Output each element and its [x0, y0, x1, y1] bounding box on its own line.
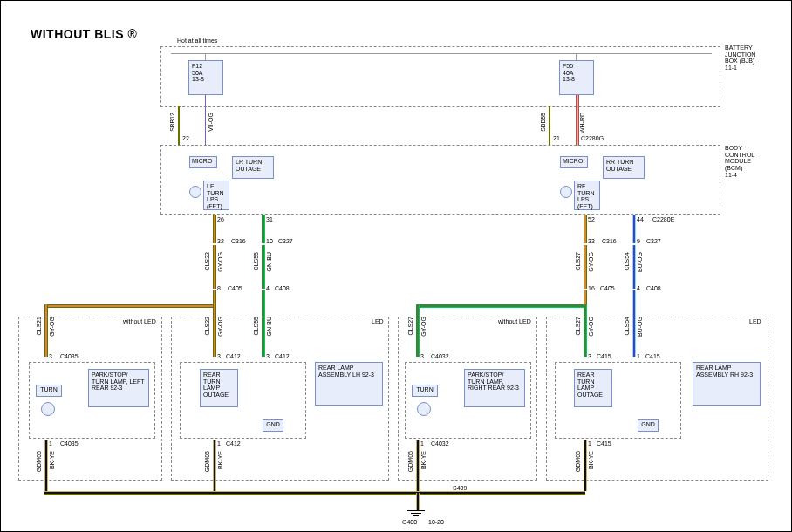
subgroup-bll-outage	[180, 362, 306, 439]
lbl-cls27l: CLS27	[575, 252, 581, 270]
tag-br-led: LED	[749, 318, 761, 325]
wire-cls54-a	[632, 215, 636, 243]
conn-c405l: C405	[228, 285, 242, 291]
wire-cls55-b	[262, 245, 265, 289]
pin-10: 10	[266, 238, 273, 244]
fuse-f55: F55 40A 13-8	[559, 60, 594, 95]
lbl-cls22: CLS22	[204, 252, 210, 270]
lbl-gdm06-1: GDM06	[36, 451, 42, 472]
lbl-cls54l: CLS54	[624, 252, 630, 270]
conn-c415: C415	[597, 353, 611, 359]
pin-22: 22	[182, 135, 189, 141]
splice-s409: S409	[453, 485, 467, 491]
conn-c412b: C412	[226, 440, 241, 447]
rr-turn-outage: RR TURN OUTAGE	[603, 156, 645, 179]
fet-r-icon	[560, 186, 572, 198]
pin-52: 52	[588, 216, 595, 222]
g400: G400	[402, 519, 417, 525]
conn-c4035b: C4035	[60, 440, 79, 447]
pin-33: 33	[588, 238, 595, 244]
pin-21: 21	[553, 135, 560, 141]
box-brl-gnd: GND	[638, 419, 659, 432]
lbl-buog1: BU-OG	[637, 252, 643, 272]
conn-c415b: C415	[597, 440, 611, 447]
lbl-gyog2: GY-OG	[588, 252, 594, 272]
lbl-sbb12: SBB12	[169, 113, 175, 132]
fuse-f55-name: F55	[563, 63, 573, 69]
lbl-wh-rd: WH-RD	[579, 113, 585, 133]
tag-bl-led: LED	[372, 318, 384, 325]
conn-c4032t: C4032	[431, 353, 449, 359]
conn-c415r: C415	[645, 353, 660, 359]
conn-c2280g: C2280G	[581, 135, 604, 141]
conn-c316r: C316	[602, 238, 617, 244]
bjb-group	[160, 46, 720, 107]
conn-c4035t: C4035	[60, 353, 79, 359]
wire-cls54-b	[632, 245, 636, 289]
pin-br3: 3	[420, 353, 424, 359]
pin-br1: 1	[420, 440, 424, 447]
lbl-bkye-2: BK-YE	[217, 451, 223, 469]
conn-c412r: C412	[275, 353, 290, 359]
pin-bll3l: 3	[217, 353, 221, 359]
pin-44: 44	[637, 216, 644, 222]
pin-32: 32	[217, 238, 224, 244]
wire-cls22-b	[213, 245, 216, 289]
conn-c408r: C408	[646, 285, 661, 291]
box-brl-lamp: REAR LAMP ASSEMBLY RH 92-3	[693, 362, 761, 406]
g400-ref: 10-20	[428, 519, 444, 525]
pin-bll3r: 3	[266, 353, 270, 359]
bcm-label: BODY CONTROL MODULE (BCM) 11-4	[725, 145, 754, 178]
pin-16: 16	[588, 285, 595, 291]
pin-4l: 4	[266, 285, 270, 291]
box-bl-turn: TURN	[36, 385, 62, 397]
micro-l: MICRO	[189, 156, 217, 168]
conn-c405r: C405	[600, 285, 615, 291]
wire-gn-right-h	[416, 304, 585, 308]
bcm-group	[160, 145, 720, 215]
header-note: Hot at all times	[177, 38, 217, 44]
lbl-gdm06-4: GDM06	[575, 451, 581, 472]
lbl-gdm06-2: GDM06	[204, 451, 210, 472]
lbl-bkye-4: BK-YE	[588, 451, 594, 469]
wire-vio-og-l	[205, 95, 206, 146]
fuse-f12-amps: 50A	[192, 70, 202, 76]
conn-c412: C412	[226, 353, 241, 359]
lamp-br-icon	[417, 402, 431, 416]
box-brl-outage: REAR TURN LAMP OUTAGE	[574, 369, 612, 407]
pin-bl3: 3	[49, 353, 52, 359]
box-bll-lamp: REAR LAMP ASSEMBLY LH 92-3	[315, 362, 383, 406]
box-bll-outage: REAR TURN LAMP OUTAGE	[200, 369, 238, 407]
lbl-gnbu1: GN-BU	[266, 252, 272, 272]
conn-c4032b: C4032	[431, 440, 449, 447]
pin-brl3l: 3	[588, 353, 591, 359]
lf-fet: LF TURN LPS (FET)	[203, 181, 229, 210]
wire-cls22-a	[213, 215, 216, 243]
conn-c316l: C316	[231, 238, 246, 244]
fuse-f12-pkg: 13-8	[192, 76, 204, 82]
wire-og-left-h	[44, 304, 215, 308]
bjb-label: BATTERY JUNCTION BOX (BJB) 11-1	[725, 44, 755, 72]
pin-bll1: 1	[217, 440, 221, 447]
wire-cls27-a	[584, 215, 587, 243]
rf-fet: RF TURN LPS (FET)	[574, 181, 600, 210]
fet-l-icon	[189, 186, 201, 198]
fuse-f12: F12 50A 13-8	[188, 60, 223, 95]
lbl-bkye-1: BK-YE	[49, 451, 55, 469]
conn-c2280e: C2280E	[652, 216, 674, 222]
wire-sbb55	[549, 106, 550, 146]
lbl-cls55: CLS55	[253, 252, 259, 270]
tag-br-nonled: without LED	[498, 318, 531, 325]
wire-cls27-b	[584, 245, 587, 289]
wire-cls55-a	[262, 215, 265, 243]
lbl-vio-og-l: VII-OG	[208, 113, 214, 132]
wire-sbb12	[178, 106, 180, 146]
lbl-sbb55: SBB55	[540, 113, 546, 132]
pin-31: 31	[266, 216, 273, 222]
lamp-bl-icon	[41, 402, 55, 416]
pin-9: 9	[637, 238, 640, 244]
wiring-diagram: WITHOUT BLIS ® Hot at all times BATTERY …	[0, 0, 792, 532]
fuse-f55-amps: 40A	[563, 70, 573, 76]
box-br-lamp: PARK/STOP/ TURN LAMP, RIGHT REAR 92-3	[464, 369, 525, 407]
pin-8: 8	[217, 285, 221, 291]
